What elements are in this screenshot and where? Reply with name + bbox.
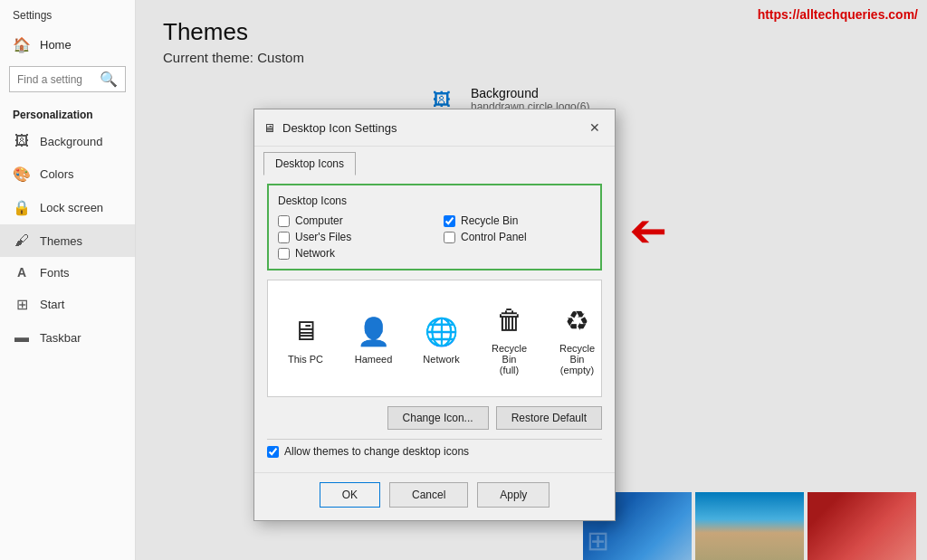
checkbox-network-label: Network [295, 247, 335, 260]
icon-network[interactable]: 🌐 Network [416, 312, 466, 365]
checkbox-users-files-label: User's Files [295, 231, 351, 243]
checkbox-users-files-input[interactable] [278, 232, 290, 243]
sidebar-item-label: Themes [40, 234, 82, 248]
dialog-title: Desktop Icon Settings [282, 121, 397, 135]
apply-button[interactable]: Apply [477, 482, 550, 508]
sidebar-item-label: Colors [40, 167, 74, 181]
sidebar-item-lock-screen[interactable]: 🔒 Lock screen [0, 191, 135, 224]
sidebar-item-fonts[interactable]: A Fonts [0, 257, 135, 288]
hameed-icon: 👤 [355, 312, 393, 350]
recycle-full-icon: 🗑 [491, 301, 529, 339]
checkbox-network[interactable]: Network [278, 247, 425, 260]
section-label: Personalization [0, 101, 135, 125]
sidebar-item-colors[interactable]: 🎨 Colors [0, 157, 135, 191]
change-icon-button[interactable]: Change Icon... [387, 406, 489, 430]
sidebar-item-taskbar[interactable]: ▬ Taskbar [0, 321, 135, 354]
checkbox-recycle-bin-label: Recycle Bin [461, 214, 518, 227]
lock-icon: 🔒 [13, 199, 31, 216]
checkbox-recycle-bin[interactable]: Recycle Bin [444, 214, 591, 227]
icon-preview-area: 🖥 This PC 👤 Hameed 🌐 Network 🗑 Recycle B… [267, 280, 602, 397]
checkbox-control-panel[interactable]: Control Panel [444, 231, 591, 243]
desktop-icons-label: Desktop Icons [278, 195, 591, 207]
desktop-icon-settings-dialog: 🖥 Desktop Icon Settings ✕ Desktop Icons … [253, 109, 616, 521]
checkbox-network-input[interactable] [278, 248, 290, 260]
sidebar-item-label: Start [40, 298, 64, 311]
sidebar-item-label: Lock screen [40, 201, 103, 214]
recycle-empty-label: Recycle Bin(empty) [552, 343, 602, 375]
network-label: Network [423, 354, 459, 365]
checkbox-grid: Computer Recycle Bin User's Files Contro… [278, 214, 591, 260]
checkbox-users-files[interactable]: User's Files [278, 231, 425, 243]
themes-icon: 🖌 [13, 233, 31, 249]
icon-recycle-full[interactable]: 🗑 Recycle Bin(full) [484, 301, 534, 375]
search-icon: 🔍 [100, 71, 118, 88]
taskbar-icon: ▬ [13, 329, 31, 346]
hameed-label: Hameed [355, 354, 393, 365]
checkbox-recycle-bin-input[interactable] [444, 215, 455, 227]
fonts-icon: A [13, 265, 31, 280]
colors-icon: 🎨 [13, 166, 31, 183]
dialog-titlebar: 🖥 Desktop Icon Settings ✕ [254, 109, 615, 147]
background-icon: 🖼 [13, 133, 31, 149]
dialog-icon: 🖥 [263, 121, 275, 135]
home-icon: 🏠 [13, 36, 31, 53]
allow-themes-label: Allow themes to change desktop icons [284, 445, 469, 458]
desktop-icons-section: Desktop Icons Computer Recycle Bin User'… [267, 184, 602, 271]
dialog-close-button[interactable]: ✕ [584, 117, 606, 138]
icon-this-pc[interactable]: 🖥 This PC [281, 312, 330, 365]
sidebar: Settings 🏠 Home 🔍 Personalization 🖼 Back… [0, 0, 136, 560]
dialog-title-left: 🖥 Desktop Icon Settings [263, 121, 397, 135]
restore-default-button[interactable]: Restore Default [496, 406, 602, 430]
checkbox-computer-input[interactable] [278, 215, 290, 227]
icon-buttons-row: Change Icon... Restore Default [267, 406, 602, 430]
checkbox-computer[interactable]: Computer [278, 214, 425, 227]
sidebar-item-label: Fonts [40, 266, 70, 280]
dialog-tab-desktop-icons[interactable]: Desktop Icons [263, 152, 356, 176]
allow-themes-row[interactable]: Allow themes to change desktop icons [267, 439, 602, 463]
dialog-footer: OK Cancel Apply [254, 472, 615, 520]
search-box[interactable]: 🔍 [9, 66, 126, 92]
sidebar-item-background[interactable]: 🖼 Background [0, 125, 135, 157]
app-title: Settings [0, 0, 135, 27]
network-icon: 🌐 [423, 312, 461, 350]
recycle-full-label: Recycle Bin(full) [484, 343, 534, 375]
dialog-body: Desktop Icons Computer Recycle Bin User'… [254, 175, 615, 472]
sidebar-item-label: Background [40, 135, 102, 148]
sidebar-home-item[interactable]: 🏠 Home [0, 27, 135, 62]
checkbox-control-panel-label: Control Panel [461, 231, 527, 243]
allow-themes-checkbox[interactable] [267, 446, 279, 458]
this-pc-icon: 🖥 [287, 312, 325, 350]
checkbox-computer-label: Computer [295, 214, 343, 227]
icon-hameed[interactable]: 👤 Hameed [349, 312, 398, 365]
sidebar-item-label: Taskbar [40, 331, 81, 345]
ok-button[interactable]: OK [320, 482, 380, 508]
sidebar-item-start[interactable]: ⊞ Start [0, 288, 135, 321]
search-input[interactable] [17, 73, 94, 86]
main-content: https://alltechqueries.com/ Themes Curre… [136, 0, 927, 560]
this-pc-label: This PC [288, 354, 323, 365]
sidebar-item-themes[interactable]: 🖌 Themes [0, 224, 135, 257]
dialog-tabs: Desktop Icons [254, 147, 615, 175]
checkbox-control-panel-input[interactable] [444, 232, 455, 243]
start-icon: ⊞ [13, 296, 31, 313]
icon-recycle-empty[interactable]: ♻ Recycle Bin(empty) [552, 301, 602, 375]
recycle-empty-icon: ♻ [559, 301, 597, 339]
home-label: Home [40, 38, 72, 52]
cancel-button[interactable]: Cancel [389, 482, 468, 508]
